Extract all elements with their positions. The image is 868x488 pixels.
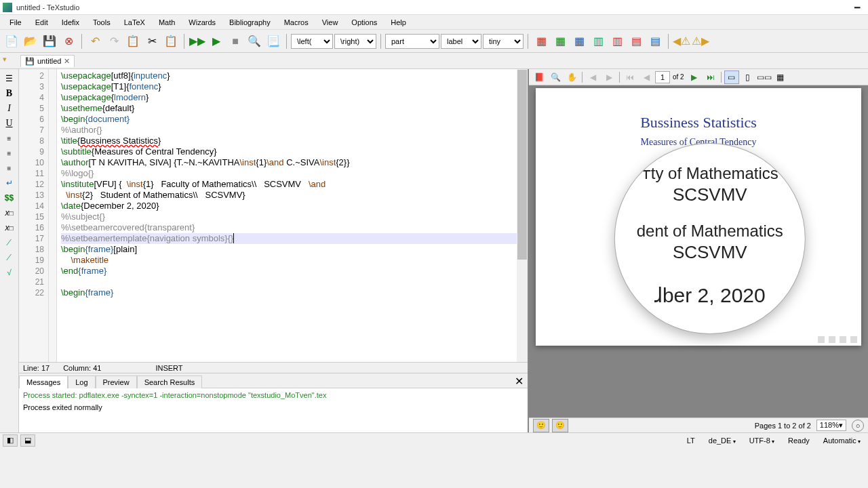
sync-source-button[interactable]: 🙂 [533, 419, 549, 432]
menu-macros[interactable]: Macros [277, 17, 315, 28]
scroll-thumb[interactable] [517, 70, 527, 260]
editor-column: 2345678910111213141516171819202122 \usep… [19, 69, 528, 432]
tab-list-button[interactable]: ▾ [3, 55, 16, 67]
first-page-button[interactable]: ⏮ [623, 70, 637, 84]
tab-log[interactable]: Log [68, 375, 95, 388]
label-select[interactable]: label [441, 34, 481, 49]
subscript-button[interactable]: x□ [2, 206, 17, 220]
beamer-nav-icons [818, 336, 857, 343]
new-file-button[interactable]: 📄 [3, 33, 20, 50]
menu-help[interactable]: Help [384, 17, 413, 28]
menu-latex[interactable]: LaTeX [117, 17, 152, 28]
last-page-button[interactable]: ⏭ [703, 70, 718, 84]
paste-button[interactable]: 📋 [162, 33, 180, 50]
tab-search-results[interactable]: Search Results [137, 375, 203, 388]
row-del-button[interactable]: ▤ [646, 33, 664, 50]
menu-options[interactable]: Options [344, 17, 384, 28]
row-add-button[interactable]: ▤ [627, 33, 645, 50]
menu-wizards[interactable]: Wizards [182, 17, 222, 28]
encoding-select[interactable]: UTF-8 [745, 435, 779, 446]
pdf-config-button[interactable]: 📕 [532, 70, 547, 84]
col-del-button[interactable]: ▥ [608, 33, 626, 50]
pdf-view[interactable]: Bussiness Statistics Measures of Central… [529, 85, 868, 418]
italic-button[interactable]: I [2, 102, 17, 115]
code-area[interactable]: \usepackage[utf8]{inputenc}\usepackage[T… [57, 69, 528, 362]
sqrt-button[interactable]: √ [2, 266, 17, 279]
view-log-button[interactable]: 📃 [264, 33, 282, 50]
zoom-level[interactable]: 118%▾ [816, 420, 846, 431]
redo-button[interactable]: ↷ [105, 33, 123, 50]
root-doc-select[interactable]: Automatic [818, 435, 865, 446]
magnify-button[interactable]: 🔍 [548, 70, 563, 84]
inline-math-button[interactable]: $$ [2, 191, 17, 205]
magnifier-lens: ᴛty of Mathematics SCSVMV dent of Mathem… [615, 144, 805, 333]
app-icon [3, 3, 12, 12]
newline-button[interactable]: ↵ [2, 176, 17, 190]
sync-pdf-button[interactable]: 🙂 [552, 419, 568, 432]
bottom-panel-toggle[interactable]: ⬓ [20, 434, 35, 447]
tab-messages[interactable]: Messages [19, 375, 68, 388]
editor-scrollbar[interactable] [517, 69, 528, 362]
open-file-button[interactable]: 📂 [22, 33, 39, 50]
warn-prev-button[interactable]: ◀⚠ [673, 33, 690, 50]
two-page-button[interactable]: ▭▭ [757, 70, 772, 84]
side-panel-toggle[interactable]: ◧ [3, 434, 18, 447]
dfrac-button[interactable]: ⁄ [2, 251, 17, 264]
section-select[interactable]: part [385, 34, 439, 49]
compile-button[interactable]: ▶ [208, 33, 225, 50]
save-button[interactable]: 💾 [41, 33, 58, 50]
left-bracket-select[interactable]: \left( [291, 34, 333, 49]
tab-preview[interactable]: Preview [96, 375, 137, 388]
side-structure-button[interactable]: ☰ [2, 72, 17, 85]
right-bracket-select[interactable]: \right) [334, 34, 376, 49]
warn-next-button[interactable]: ⚠▶ [692, 33, 709, 50]
page-input[interactable] [655, 71, 670, 83]
right-align-button[interactable]: ≡ [2, 161, 17, 175]
tab-label: untitled [37, 57, 61, 65]
menu-bibliography[interactable]: Bibliography [222, 17, 277, 28]
preview-pane: 📕 🔍 ✋ ◀ ▶ ⏮ ◀ of 2 ▶ ⏭ ▭ ▯ ▭▭ ▦ [528, 69, 868, 432]
cut-button[interactable]: ✂ [143, 33, 161, 50]
underline-button[interactable]: U [2, 117, 17, 130]
left-align-button[interactable]: ≡ [2, 131, 17, 145]
continuous-button[interactable]: ▯ [741, 70, 755, 84]
align-left-button[interactable]: ▦ [532, 33, 550, 50]
align-right-button[interactable]: ▦ [570, 33, 588, 50]
panel-close-button[interactable]: ✕ [515, 375, 524, 388]
align-center-button[interactable]: ▦ [551, 33, 569, 50]
lt-button[interactable]: LT [682, 435, 700, 446]
doc-tabbar: ▾ 💾 untitled ✕ [0, 53, 868, 69]
menu-idefix[interactable]: Idefix [55, 17, 86, 28]
view-pdf-button[interactable]: 🔍 [245, 33, 263, 50]
nav-back-button[interactable]: ◀ [585, 70, 600, 84]
tab-close-icon[interactable]: ✕ [64, 57, 70, 66]
grid-page-button[interactable]: ▦ [773, 70, 788, 84]
menu-view[interactable]: View [315, 17, 345, 28]
copy-button[interactable]: 📋 [124, 33, 142, 50]
menu-tools[interactable]: Tools [86, 17, 117, 28]
next-page-button[interactable]: ▶ [687, 70, 702, 84]
size-select[interactable]: tiny [483, 34, 524, 49]
center-align-button[interactable]: ≡ [2, 146, 17, 160]
col-add-button[interactable]: ▥ [589, 33, 607, 50]
single-page-button[interactable]: ▭ [724, 70, 739, 84]
close-button[interactable]: ⊗ [60, 33, 77, 50]
superscript-button[interactable]: x□ [2, 221, 17, 235]
hand-button[interactable]: ✋ [564, 70, 579, 84]
nav-fwd-button[interactable]: ▶ [601, 70, 616, 84]
status-mode: INSERT [155, 364, 182, 372]
minimize-button[interactable]: ━ [854, 2, 860, 13]
prev-page-button[interactable]: ◀ [639, 70, 654, 84]
fit-button[interactable]: ○ [852, 420, 864, 432]
undo-button[interactable]: ↶ [86, 33, 104, 50]
frac-button[interactable]: ⁄ [2, 236, 17, 249]
build-run-button[interactable]: ▶▶ [189, 33, 206, 50]
menu-file[interactable]: File [3, 17, 28, 28]
bold-button[interactable]: B [2, 87, 17, 100]
language-select[interactable]: de_DE [704, 435, 741, 446]
stop-button[interactable]: ■ [226, 33, 244, 50]
preview-status: 🙂 🙂 Pages 1 to 2 of 2 118%▾ ○ [529, 418, 868, 432]
doc-tab-untitled[interactable]: 💾 untitled ✕ [20, 55, 75, 67]
menu-math[interactable]: Math [152, 17, 182, 28]
menu-edit[interactable]: Edit [28, 17, 55, 28]
